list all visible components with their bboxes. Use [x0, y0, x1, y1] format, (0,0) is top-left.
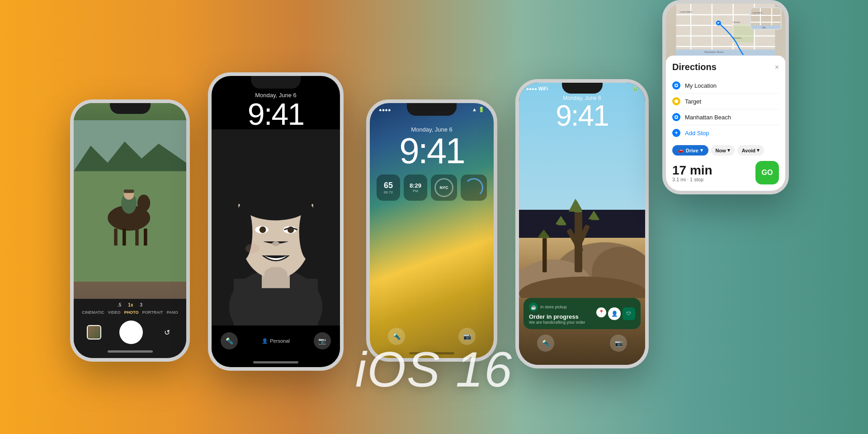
- notif-header: ☕ In store pickup: [529, 302, 593, 311]
- camera-controls: .5 1x 3 CINEMATIC VIDEO PHOTO PORTRAIT P…: [74, 299, 186, 358]
- joshua-tree-area: [519, 130, 645, 298]
- directions-title: Directions: [672, 62, 717, 72]
- mode-cinematic[interactable]: CINEMATIC: [82, 310, 104, 315]
- map-area: Lawndale Liberty Alondra Manhattan Beach: [666, 4, 785, 60]
- weather-range: 66 72: [384, 190, 393, 194]
- destination-label: Manhattan Beach: [685, 114, 779, 121]
- svg-rect-70: [751, 25, 782, 30]
- transport-row: 🚗 Drive ▾ Now ▾ Avoid ▾: [672, 145, 779, 156]
- mode-pano[interactable]: PANO: [166, 310, 178, 315]
- svg-point-77: [675, 116, 677, 118]
- zoom-05[interactable]: .5: [118, 302, 121, 307]
- ring-widget[interactable]: [461, 175, 487, 201]
- mode-portrait[interactable]: PORTRAIT: [142, 310, 163, 315]
- zoom-1x[interactable]: 1x: [128, 302, 133, 307]
- notif-avatar: 👤: [608, 307, 621, 320]
- target-row[interactable]: Target: [672, 94, 779, 109]
- joshua-time: 9:41: [519, 101, 645, 130]
- maps-screen: Lawndale Liberty Alondra Manhattan Beach: [666, 4, 785, 191]
- weather-widget[interactable]: 65 66 72: [377, 175, 400, 201]
- map-thumbnail: Lawndale MB: [750, 7, 782, 30]
- svg-point-26: [272, 241, 280, 246]
- svg-marker-42: [555, 216, 566, 224]
- zoom-3x[interactable]: 3: [140, 302, 142, 307]
- add-stop-row[interactable]: + Add Stop: [672, 125, 779, 141]
- notif-app-label: In store pickup: [540, 305, 567, 309]
- mode-tabs: CINEMATIC VIDEO PHOTO PORTRAIT PANO: [74, 310, 186, 315]
- drive-pill[interactable]: 🚗 Drive ▾: [672, 145, 708, 156]
- portrait-bottom: 🔦 👤 Personal 📷: [212, 326, 340, 359]
- my-location-dot: [672, 81, 680, 90]
- mode-video[interactable]: VIDEO: [108, 310, 121, 315]
- phone-joshua: ●●●● WiFi 🔋 Monday, June 6 9:41: [515, 79, 649, 368]
- location-icon[interactable]: 📍: [596, 307, 606, 317]
- my-location-row[interactable]: My Location: [672, 78, 779, 94]
- notch-color: [407, 103, 457, 116]
- portrait-photo-area: [212, 129, 340, 326]
- directions-panel: Directions × My Location Target: [666, 56, 785, 191]
- notif-body: We are handcrafting your order: [529, 320, 593, 325]
- color-time: 9:41: [370, 133, 494, 169]
- destination-dot: [672, 113, 680, 121]
- svg-text:Lawndale: Lawndale: [679, 10, 692, 13]
- joshua-carrier: ●●●● WiFi: [526, 86, 548, 91]
- torch-button-joshua[interactable]: 🔦: [537, 335, 554, 352]
- directions-header: Directions ×: [672, 62, 779, 72]
- clock-widget[interactable]: 8:29 PM: [404, 175, 427, 201]
- joshua-screen: ●●●● WiFi 🔋 Monday, June 6 9:41: [519, 83, 645, 365]
- close-button[interactable]: ×: [775, 63, 779, 71]
- svg-point-75: [675, 99, 678, 103]
- svg-rect-5: [114, 229, 118, 246]
- my-location-label: My Location: [685, 82, 779, 89]
- svg-marker-47: [538, 230, 550, 237]
- horse-image: [74, 103, 186, 299]
- clock-time: 8:29: [410, 182, 421, 189]
- svg-text:Liberty: Liberty: [733, 21, 741, 24]
- svg-rect-11: [124, 189, 134, 193]
- svg-point-27: [245, 244, 259, 253]
- go-button[interactable]: GO: [755, 161, 779, 184]
- torch-button[interactable]: 🔦: [221, 332, 238, 349]
- ios-title: iOS 16: [355, 340, 513, 398]
- camera-button-portrait[interactable]: 📷: [314, 332, 331, 349]
- joshua-tree-svg: [519, 130, 645, 298]
- weather-temp: 65: [384, 181, 393, 190]
- svg-rect-7: [135, 229, 139, 246]
- wallpaper-area: [370, 206, 494, 321]
- route-summary: 17 min 3.1 mi · 1 stop GO: [672, 161, 779, 184]
- notif-title: Order in progress: [529, 313, 593, 320]
- ring-circle: [464, 178, 483, 197]
- focus-label: 👤 Personal: [262, 338, 289, 344]
- notif-app-icon: 🛡: [623, 307, 635, 320]
- portrait-time: 9:41: [212, 99, 340, 129]
- carrier-signal: ●●●●: [379, 107, 391, 113]
- starbucks-notification: ☕ In store pickup Order in progress We a…: [524, 298, 641, 329]
- svg-rect-8: [144, 229, 147, 246]
- color-screen: ●●●● ▲ 🔋 Monday, June 6 9:41 65 66 72 8:…: [370, 103, 494, 358]
- phone-portrait: Monday, June 6 9:41: [208, 72, 344, 371]
- joshua-battery: 🔋: [632, 86, 638, 91]
- svg-rect-29: [269, 267, 283, 281]
- flip-camera-icon[interactable]: ↺: [161, 326, 174, 339]
- horse-photo: [74, 103, 186, 299]
- add-stop-icon: +: [672, 129, 680, 137]
- add-stop-label[interactable]: Add Stop: [685, 130, 709, 137]
- svg-point-24: [259, 226, 266, 233]
- mode-photo[interactable]: PHOTO: [124, 310, 139, 315]
- notch-portrait: [251, 76, 301, 89]
- phone-color: ●●●● ▲ 🔋 Monday, June 6 9:41 65 66 72 8:…: [366, 99, 497, 362]
- svg-point-74: [675, 85, 677, 86]
- widgets-row: 65 66 72 8:29 PM NYC: [377, 175, 487, 201]
- now-dropdown[interactable]: Now ▾: [711, 145, 735, 156]
- nyc-widget[interactable]: NYC: [431, 175, 457, 201]
- svg-rect-6: [123, 229, 126, 246]
- manhattan-beach-row[interactable]: Manhattan Beach: [672, 109, 779, 125]
- camera-button-joshua[interactable]: 📷: [610, 335, 627, 352]
- nyc-circle: NYC: [434, 178, 453, 197]
- notch-camera: [110, 103, 151, 114]
- photo-thumbnail[interactable]: [87, 325, 101, 340]
- shutter-button[interactable]: [119, 321, 143, 344]
- avoid-dropdown[interactable]: Avoid ▾: [737, 145, 764, 156]
- route-info: 17 min 3.1 mi · 1 stop: [672, 163, 712, 182]
- zoom-controls: .5 1x 3: [74, 302, 186, 307]
